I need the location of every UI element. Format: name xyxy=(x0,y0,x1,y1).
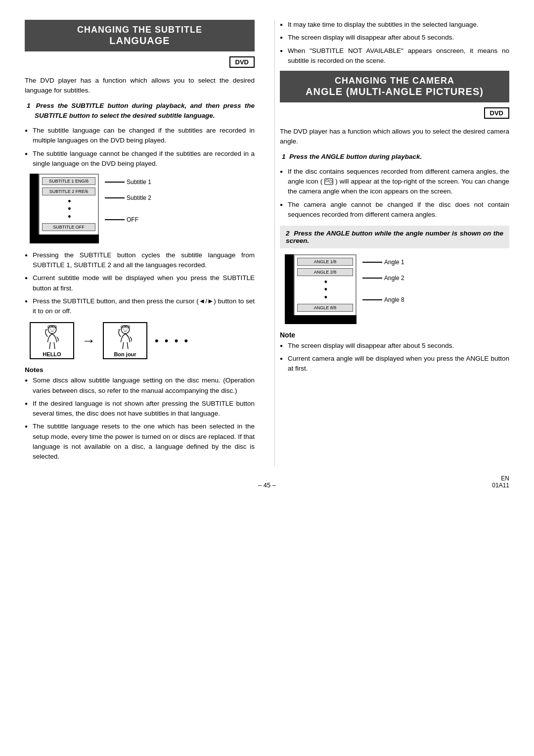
arrow-line-2 xyxy=(105,197,125,198)
bullet-item: Press the SUBTITLE button, and then pres… xyxy=(25,296,255,317)
right-arrow-lang: → xyxy=(82,334,95,348)
black-bar-left xyxy=(30,174,39,243)
angle-diagram: ANGLE 1/8 ANGLE 2/8 ••• ANGLE 8/8 Angle … xyxy=(285,254,509,324)
angle-menu-item-2: ANGLE 2/8 xyxy=(297,268,353,276)
bullet-item: If the disc contains sequences recorded … xyxy=(280,167,509,197)
step1-text-left: Press the SUBTITLE button during playbac… xyxy=(35,102,255,119)
subtitle-diagram: SUBTITLE 1 ENG/6 SUBTITLE 2 FRE/6 ••• SU… xyxy=(30,174,255,243)
angle-menu-panel: ANGLE 1/8 ANGLE 2/8 ••• ANGLE 8/8 xyxy=(294,254,356,324)
svg-point-14 xyxy=(125,327,126,328)
dvd-badge-right: DVD xyxy=(484,107,509,119)
subtitle-menu-panel: SUBTITLE 1 ENG/6 SUBTITLE 2 FRE/6 ••• SU… xyxy=(39,174,99,243)
person-bonjour-box: Bon jour xyxy=(103,322,147,359)
dvd-badge-row-left: DVD xyxy=(25,56,255,72)
section-title-camera-line2: ANGLE (Multi-Angle Pictures) xyxy=(288,86,501,97)
note-header-right: Note xyxy=(280,331,509,339)
dvd-badge-row-right: DVD xyxy=(280,107,509,123)
subtitle-diagram-labels: Subtitle 1 Subtitle 2 OFF xyxy=(105,174,151,223)
step2-box: 2 Press the ANGLE button while the angle… xyxy=(280,226,509,248)
angle-panel-border: ANGLE 1/8 ANGLE 2/8 ••• ANGLE 8/8 xyxy=(285,254,356,324)
note-item: Some discs allow subtitle language setti… xyxy=(25,376,255,396)
subtitle-label-1: Subtitle 1 xyxy=(127,179,151,186)
angle-diagram-labels: Angle 1 Angle 2 Angle 8 xyxy=(362,254,404,303)
right-top-bullets: It may take time to display the subtitle… xyxy=(280,20,509,66)
person-hello-box: HELLO xyxy=(30,322,74,359)
svg-point-24 xyxy=(329,180,332,183)
subtitle-label-off-row: OFF xyxy=(105,216,151,223)
page-layout: CHANGING THE SUBTITLE LANGUAGE DVD The D… xyxy=(25,20,509,467)
person-hello-icon xyxy=(39,324,66,351)
bullet-list-2-left: Pressing the SUBTITLE button cycles the … xyxy=(25,250,255,317)
angle-label-2: Angle 2 xyxy=(384,275,404,282)
section-title-camera-line1: CHANGING THE CAMERA xyxy=(288,76,501,86)
angle-label-1-row: Angle 1 xyxy=(362,259,404,266)
footer-right: EN 01A11 xyxy=(492,475,509,489)
svg-line-18 xyxy=(127,342,128,349)
note-item: The screen display will disappear after … xyxy=(280,341,509,351)
bullet-item: The subtitle language cannot be changed … xyxy=(25,149,255,169)
subtitle-label-2: Subtitle 2 xyxy=(127,194,151,201)
step2-num: 2 xyxy=(286,230,290,237)
angle-label-2-row: Angle 2 xyxy=(362,275,404,282)
person-bonjour-icon xyxy=(112,324,139,351)
step1-left: 1 Press the SUBTITLE button during playb… xyxy=(25,101,255,121)
subtitle-menu-item-1: SUBTITLE 1 ENG/6 xyxy=(42,177,95,185)
angle-label-1: Angle 1 xyxy=(384,259,404,266)
hello-label: HELLO xyxy=(43,351,61,357)
section-title-line2: LANGUAGE xyxy=(33,35,247,47)
language-demo: HELLO → xyxy=(30,322,255,359)
left-column: CHANGING THE SUBTITLE LANGUAGE DVD The D… xyxy=(25,20,260,467)
svg-line-17 xyxy=(123,342,124,349)
angle-arrow-line-2 xyxy=(362,278,382,279)
notes-header-left: Notes xyxy=(25,366,255,374)
subtitle-menu-off: SUBTITLE OFF xyxy=(42,223,95,231)
svg-line-7 xyxy=(54,342,55,349)
subtitle-panel-left-border: SUBTITLE 1 ENG/6 SUBTITLE 2 FRE/6 ••• SU… xyxy=(30,174,99,243)
bullet-item: Pressing the SUBTITLE button cycles the … xyxy=(25,250,255,271)
angle-label-8-row: Angle 8 xyxy=(362,296,404,303)
subtitle-label-2-row: Subtitle 2 xyxy=(105,194,151,201)
right-column: It may take time to display the subtitle… xyxy=(274,20,509,467)
bullet-item: The screen display will disappear after … xyxy=(280,33,509,43)
note-item: Current camera angle will be displayed w… xyxy=(280,354,509,374)
intro-text-right: The DVD player has a function which allo… xyxy=(280,127,509,147)
step1-text-right: Press the ANGLE button during playback. xyxy=(289,153,422,160)
arrow-line-1 xyxy=(105,182,125,183)
section-title-subtitle: CHANGING THE SUBTITLE LANGUAGE xyxy=(25,20,255,51)
notes-list-right: The screen display will disappear after … xyxy=(280,341,509,374)
angle-black-bar-bottom xyxy=(285,315,356,324)
note-item: If the desired language is not shown aft… xyxy=(25,399,255,419)
step1-right: 1 Press the ANGLE button during playback… xyxy=(280,152,509,162)
bonjour-label: Bon jour xyxy=(114,351,136,357)
arrow-line-off xyxy=(105,219,125,220)
bullet-item: Current subtitle mode will be displayed … xyxy=(25,273,255,293)
page-number: – 45 – xyxy=(258,481,276,489)
section-title-camera: CHANGING THE CAMERA ANGLE (Multi-Angle P… xyxy=(280,71,509,102)
angle-menu-item-8: ANGLE 8/8 xyxy=(297,304,353,312)
bullet-list-1-left: The subtitle language can be changed if … xyxy=(25,126,255,169)
note-item: The subtitle language resets to the one … xyxy=(25,422,255,462)
subtitle-label-1-row: Subtitle 1 xyxy=(105,179,151,186)
bullet-item: It may take time to display the subtitle… xyxy=(280,20,509,30)
dvd-badge-left: DVD xyxy=(229,56,255,68)
section-title-line1: CHANGING THE SUBTITLE xyxy=(33,25,247,35)
step1-num-right: 1 xyxy=(282,153,286,160)
svg-rect-23 xyxy=(326,180,328,182)
subtitle-menu-dots: ••• xyxy=(40,198,98,221)
subtitle-menu-item-2: SUBTITLE 2 FRE/6 xyxy=(42,188,95,195)
bullet-item: The camera angle cannot be changed if th… xyxy=(280,200,509,220)
svg-line-6 xyxy=(49,342,50,349)
footer-code: EN xyxy=(492,475,509,482)
page-footer: – 45 – EN 01A11 xyxy=(25,481,509,489)
step1-num-left: 1 xyxy=(27,102,31,109)
bullet-list-right: If the disc contains sequences recorded … xyxy=(280,167,509,220)
angle-menu-dots: ••• xyxy=(295,279,356,301)
svg-point-3 xyxy=(51,327,53,328)
black-bar-bottom xyxy=(30,235,99,243)
angle-label-8: Angle 8 xyxy=(384,296,404,303)
angle-menu-item-1: ANGLE 1/8 xyxy=(297,258,353,266)
angle-black-bar-left xyxy=(285,254,294,324)
lang-demo-dots: • • • • xyxy=(155,334,189,347)
step2-text: Press the ANGLE button while the angle n… xyxy=(286,230,503,244)
intro-text-left: The DVD player has a function which allo… xyxy=(25,76,255,96)
